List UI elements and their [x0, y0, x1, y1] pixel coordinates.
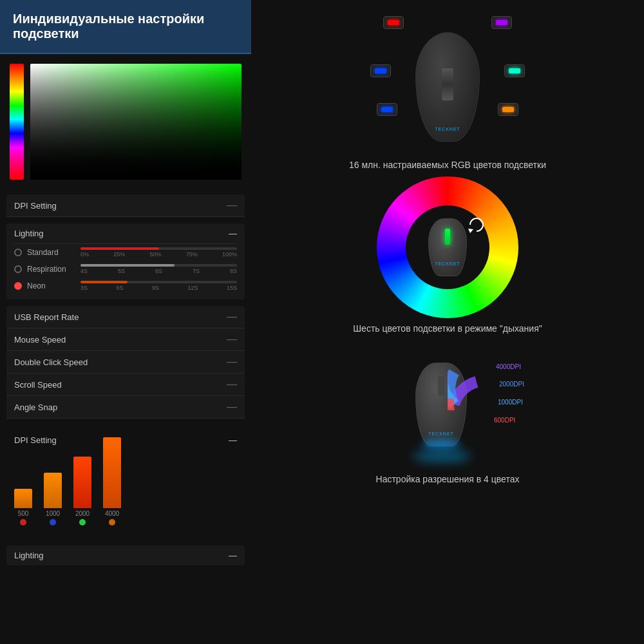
angle-snap-row[interactable]: Angle Snap — — [6, 396, 245, 419]
pct-25: 25% — [113, 251, 125, 258]
refresh-arrow-icon — [467, 215, 486, 234]
rgb-mouse-section: TECKNET 16 млн. настраиваемых RGB цветов… — [264, 13, 631, 170]
standard-slider-labels: 0% 25% 50% 75% 100% — [80, 251, 237, 258]
rainbow-ring: TECKNET — [377, 176, 518, 318]
neon-slider-fill — [80, 281, 128, 283]
rainbow-ring-container: TECKNET — [377, 176, 518, 318]
dot-500 — [20, 519, 26, 526]
dpi-bar-4000[interactable]: 4000 — [103, 437, 121, 526]
color-gradient-picker[interactable] — [30, 64, 242, 180]
scroll-wheel-breathing — [445, 229, 450, 245]
lighting-label: Lighting — [14, 229, 44, 238]
lighting-dash: — — [229, 229, 237, 238]
usb-dash: — — [227, 311, 237, 323]
resp-8s: 8S — [230, 268, 237, 274]
led-inner-bot-left — [381, 107, 393, 112]
neon-3s: 3S — [80, 285, 88, 291]
dpi-bar-1000[interactable]: 1000 — [44, 473, 62, 526]
neon-15s: 15S — [227, 285, 237, 291]
led-outer-mid-left — [370, 64, 391, 77]
standard-option[interactable]: Standard 0% 25% 50% 75% 100% — [14, 244, 237, 261]
other-settings-panel: USB Report Rate — Mouse Speed — Double C… — [6, 306, 245, 419]
neon-slider-container: 3S 6S 9S 12S 15S — [80, 281, 237, 291]
breathing-mouse-section: TECKNET Шесть цветов подсветки в режиме … — [264, 176, 631, 334]
respiration-option[interactable]: Respiration 4S 5S 6S 7S 8S — [14, 261, 237, 278]
dpi-bars-container: 500 1000 2000 4000 — [14, 451, 237, 529]
mouse-body-top-view: TECKNET — [415, 32, 480, 142]
respiration-label: Respiration — [27, 265, 75, 274]
mouse-silhouette-breathing: TECKNET — [428, 218, 467, 276]
dpi-chart-title: DPI Setting — — [14, 435, 237, 445]
scroll-speed-dash: — — [227, 379, 237, 390]
scroll-speed-row[interactable]: Scroll Speed — — [6, 374, 245, 396]
scroll-wheel-dpi — [438, 376, 444, 395]
led-outer-top-right — [491, 16, 512, 29]
mouse-speed-row[interactable]: Mouse Speed — — [6, 328, 245, 351]
lighting-title-row[interactable]: Lighting — — [14, 229, 237, 244]
dpi-label-2000: 2000 — [75, 510, 90, 517]
scroll-speed-label: Scroll Speed — [14, 380, 62, 390]
standard-slider-fill — [80, 247, 159, 250]
led-outer-mid-right — [504, 64, 525, 77]
led-outer-top-left — [383, 16, 404, 29]
svg-text:600DPI: 600DPI — [494, 417, 515, 424]
dpi-bar-500[interactable]: 500 — [14, 489, 32, 526]
pct-0: 0% — [80, 251, 89, 258]
standard-slider-container: 0% 25% 50% 75% 100% — [80, 247, 237, 258]
bottom-lighting-row[interactable]: Lighting — — [6, 545, 245, 565]
double-click-speed-row[interactable]: Double Click Speed — — [6, 351, 245, 374]
neon-12s: 12S — [187, 285, 198, 291]
standard-label: Standard — [27, 248, 75, 257]
right-panel: TECKNET 16 млн. настраиваемых RGB цветов… — [251, 0, 644, 644]
mouse-scroll-wheel-top — [442, 68, 453, 100]
dpi-label-500: 500 — [18, 510, 29, 517]
dpi-label-1000: 1000 — [46, 510, 60, 517]
dpi-chart-section: DPI Setting — 500 1000 2000 4000 — [6, 429, 245, 535]
svg-marker-0 — [468, 229, 473, 233]
led-bot-right — [498, 103, 518, 116]
svg-text:2000DPI: 2000DPI — [499, 381, 524, 388]
neon-radio[interactable] — [14, 282, 22, 290]
page-title: Ииндивидуальные настройки подсветки — [13, 12, 238, 41]
dot-2000 — [79, 519, 86, 526]
neon-slider-track[interactable] — [80, 281, 237, 283]
standard-slider-track[interactable] — [80, 247, 237, 250]
neon-option[interactable]: Neon 3S 6S 9S 12S 15S — [14, 278, 237, 294]
bar-1000 — [44, 473, 62, 508]
dpi-setting-row[interactable]: DPI Setting — — [6, 194, 245, 217]
bar-500 — [14, 489, 32, 508]
respiration-slider-track[interactable] — [80, 264, 237, 267]
resp-4s: 4S — [80, 268, 88, 274]
standard-radio[interactable] — [14, 249, 22, 256]
led-inner-top-left — [388, 20, 399, 25]
bottom-lighting-dash: — — [229, 551, 237, 560]
mouse-top-container: TECKNET — [364, 13, 531, 155]
dpi-setting-label: DPI Setting — [14, 201, 57, 211]
respiration-radio[interactable] — [14, 265, 22, 273]
resp-7s: 7S — [193, 268, 200, 274]
bar-4000 — [103, 437, 121, 508]
double-click-dash: — — [227, 356, 237, 368]
rgb-caption: 16 млн. настраиваемых RGB цветов подсвет… — [349, 160, 546, 170]
mouse-speed-dash: — — [227, 334, 237, 345]
dpi-bar-2000[interactable]: 2000 — [73, 457, 91, 526]
led-outer-bot-right — [498, 103, 518, 116]
dpi-mouse-container: TECKNET 4000DPI 2000DPI 1000DPI 600DPI — [377, 340, 518, 469]
dpi-label-4000: 4000 — [105, 510, 119, 517]
mouse-speed-label: Mouse Speed — [14, 335, 66, 345]
color-hue-strip[interactable] — [10, 64, 24, 180]
respiration-slider-container: 4S 5S 6S 7S 8S — [80, 264, 237, 274]
dpi-setting-panel: DPI Setting — — [6, 194, 245, 217]
angle-snap-dash: — — [227, 401, 237, 413]
color-picker-area[interactable] — [0, 54, 251, 189]
led-mid-left — [370, 64, 391, 77]
double-click-speed-label: Double Click Speed — [14, 357, 88, 367]
dot-4000 — [109, 519, 115, 526]
usb-report-rate-row[interactable]: USB Report Rate — — [6, 306, 245, 328]
led-outer-bot-left — [377, 103, 397, 116]
header-banner: Ииндивидуальные настройки подсветки — [0, 0, 251, 54]
resp-6s: 6S — [155, 268, 162, 274]
dpi-chart-dash: — — [229, 435, 237, 445]
svg-text:1000DPI: 1000DPI — [498, 399, 523, 406]
neon-6s: 6S — [116, 285, 123, 291]
